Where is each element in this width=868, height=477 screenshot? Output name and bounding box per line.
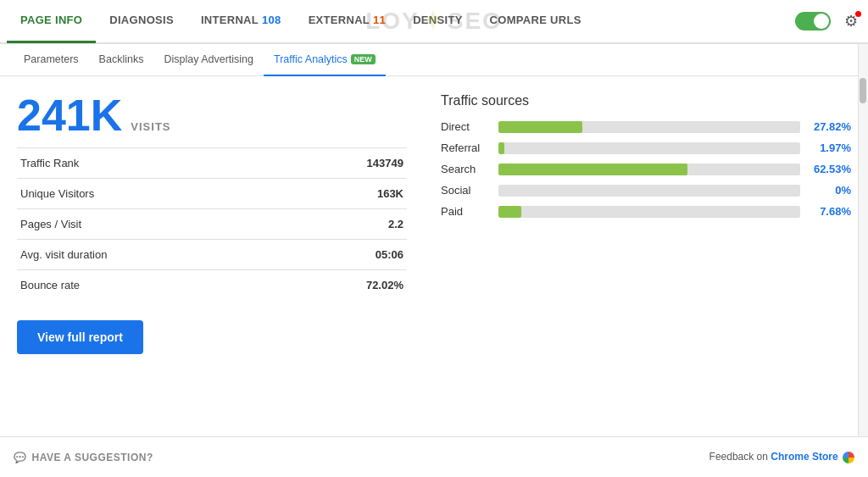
nav-diagnosis-label: DIAGNOSIS xyxy=(109,14,174,26)
stat-row: Unique Visitors 163K xyxy=(17,179,407,209)
stat-label: Bounce rate xyxy=(17,270,282,301)
stat-label: Avg. visit duration xyxy=(17,240,282,270)
suggestion-icon: 💬 xyxy=(14,452,27,463)
scrollbar-track[interactable] xyxy=(858,44,868,436)
visits-number: 241K xyxy=(17,93,122,137)
traffic-bar-container xyxy=(498,206,800,218)
nav-density-label: DENSITY xyxy=(413,14,462,26)
nav-external[interactable]: EXTERNAL 11 xyxy=(295,0,400,43)
traffic-sources-container: Direct 27.82% Referral 1.97% Search 62.5… xyxy=(441,120,851,218)
traffic-source-label: Paid xyxy=(441,205,492,218)
traffic-source-pct: 0% xyxy=(807,184,851,197)
traffic-row: Social 0% xyxy=(441,184,851,197)
sub-nav: Parameters Backlinks Display Advertising… xyxy=(0,44,868,76)
stat-row: Pages / Visit 2.2 xyxy=(17,209,407,240)
sub-nav-display-advertising[interactable]: Display Advertising xyxy=(153,44,264,76)
chrome-icon xyxy=(843,452,854,463)
sub-nav-backlinks-label: Backlinks xyxy=(99,53,144,65)
traffic-source-label: Direct xyxy=(441,120,492,133)
nav-internal[interactable]: INTERNAL 108 xyxy=(187,0,295,43)
stat-value: 05:06 xyxy=(282,240,408,270)
stat-value: 143749 xyxy=(282,148,408,179)
visits-header: 241K VISITS xyxy=(17,93,407,137)
view-report-button[interactable]: View full report xyxy=(17,320,143,354)
nav-compare-urls-label: COMPARE URLS xyxy=(490,14,581,26)
scrollbar-thumb[interactable] xyxy=(860,78,866,103)
traffic-row: Paid 7.68% xyxy=(441,205,851,218)
traffic-row: Direct 27.82% xyxy=(441,120,851,133)
nav-external-label: EXTERNAL xyxy=(309,14,370,26)
new-badge: NEW xyxy=(351,54,376,64)
feedback-area: Feedback on Chrome Store xyxy=(709,451,854,463)
traffic-bar-fill xyxy=(498,142,504,154)
sub-nav-parameters-label: Parameters xyxy=(24,53,79,65)
nav-page-info[interactable]: PAGE INFO xyxy=(7,0,96,43)
stat-row: Traffic Rank 143749 xyxy=(17,148,407,179)
nav-external-badge: 11 xyxy=(373,14,386,26)
nav-density[interactable]: DENSITY xyxy=(399,0,476,43)
stat-label: Unique Visitors xyxy=(17,179,282,209)
traffic-source-label: Referral xyxy=(441,141,492,154)
sub-nav-traffic-analytics[interactable]: Traffic Analytics NEW xyxy=(264,44,386,76)
notification-dot xyxy=(855,11,861,17)
bottom-bar: 💬 HAVE A SUGGESTION? Feedback on Chrome … xyxy=(0,436,868,477)
nav-controls: ⚙ xyxy=(795,11,861,31)
nav-internal-label: INTERNAL xyxy=(201,14,259,26)
stat-value: 163K xyxy=(282,179,408,209)
traffic-source-label: Social xyxy=(441,184,492,197)
traffic-row: Search 62.53% xyxy=(441,163,851,175)
traffic-sources-title: Traffic sources xyxy=(441,93,851,108)
sub-nav-parameters[interactable]: Parameters xyxy=(14,44,89,76)
nav-compare-urls[interactable]: COMPARE URLS xyxy=(476,0,595,43)
suggestion-area[interactable]: 💬 HAVE A SUGGESTION? xyxy=(14,452,153,463)
sub-nav-traffic-analytics-label: Traffic Analytics xyxy=(274,53,348,65)
sub-nav-display-advertising-label: Display Advertising xyxy=(164,53,253,65)
nav-internal-badge: 108 xyxy=(262,14,281,26)
feedback-link[interactable]: Chrome Store xyxy=(771,451,837,463)
stat-value: 2.2 xyxy=(282,209,408,240)
stat-value: 72.02% xyxy=(282,270,408,301)
traffic-bar-container xyxy=(498,185,800,197)
traffic-bar-container xyxy=(498,142,800,154)
nav-page-info-label: PAGE INFO xyxy=(20,14,82,26)
traffic-bar-fill xyxy=(498,206,521,218)
nav-diagnosis[interactable]: DIAGNOSIS xyxy=(96,0,187,43)
right-panel: Traffic sources Direct 27.82% Referral 1… xyxy=(441,93,851,428)
toggle-switch[interactable] xyxy=(795,12,831,31)
stat-row: Bounce rate 72.02% xyxy=(17,270,407,301)
traffic-bar-fill xyxy=(498,121,582,133)
traffic-source-pct: 1.97% xyxy=(807,141,851,154)
traffic-source-pct: 27.82% xyxy=(807,120,851,133)
traffic-row: Referral 1.97% xyxy=(441,141,851,154)
top-nav: PAGE INFO DIAGNOSIS INTERNAL 108 EXTERNA… xyxy=(0,0,868,44)
sub-nav-backlinks[interactable]: Backlinks xyxy=(89,44,154,76)
stat-label: Pages / Visit xyxy=(17,209,282,240)
traffic-bar-container xyxy=(498,164,800,175)
stat-row: Avg. visit duration 05:06 xyxy=(17,240,407,270)
traffic-source-pct: 7.68% xyxy=(807,205,851,218)
visits-label: VISITS xyxy=(131,120,170,133)
main-content: 241K VISITS Traffic Rank 143749 Unique V… xyxy=(0,76,868,436)
feedback-prefix: Feedback on xyxy=(709,451,768,463)
traffic-bar-container xyxy=(498,121,800,133)
traffic-source-pct: 62.53% xyxy=(807,163,851,175)
traffic-source-label: Search xyxy=(441,163,492,175)
stats-table: Traffic Rank 143749 Unique Visitors 163K… xyxy=(17,147,407,300)
traffic-bar-fill xyxy=(498,164,687,175)
gear-wrapper: ⚙ xyxy=(841,11,861,31)
suggestion-label: HAVE A SUGGESTION? xyxy=(32,452,153,463)
stat-label: Traffic Rank xyxy=(17,148,282,179)
left-panel: 241K VISITS Traffic Rank 143749 Unique V… xyxy=(17,93,407,428)
